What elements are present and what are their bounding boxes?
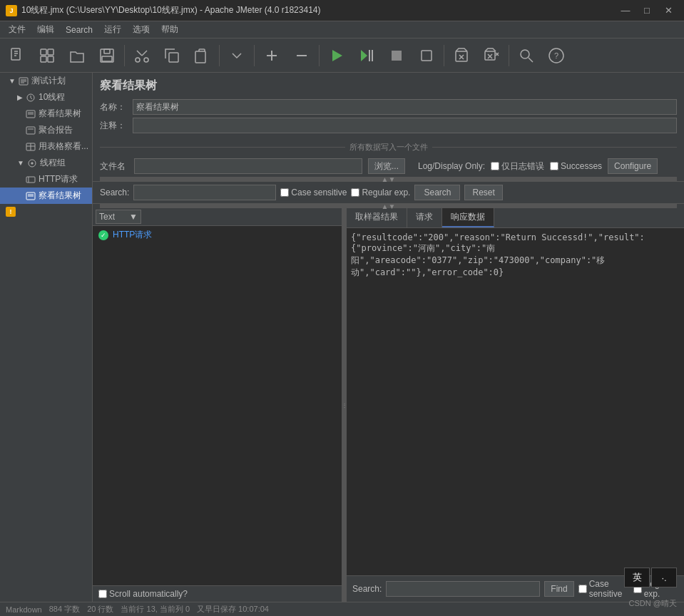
warning-badge: ! xyxy=(6,207,16,217)
tab-response-data[interactable]: 响应数据 xyxy=(442,208,494,227)
search-toolbar-button[interactable] xyxy=(512,41,541,70)
scroll-auto-text: Scroll automatically? xyxy=(109,589,188,599)
tab-request[interactable]: 请求 xyxy=(407,208,442,227)
text-dropdown[interactable]: Text ▼ xyxy=(96,210,141,224)
svg-rect-54 xyxy=(26,177,35,183)
name-label: 名称： xyxy=(100,101,128,113)
comment-input[interactable] xyxy=(133,118,677,133)
help-button[interactable]: ? xyxy=(542,41,571,70)
search-bar: Search: Case sensitive Regular exp. Sear… xyxy=(93,181,684,204)
status-bar: Markdown 884 字数 20 行数 当前行 13, 当前列 0 又早日保… xyxy=(0,602,684,616)
sidebar-item-testplan[interactable]: ▼ 测试计划 xyxy=(0,73,92,89)
find-button[interactable]: Find xyxy=(544,581,573,597)
file-label: 文件名 xyxy=(100,160,128,173)
start-button[interactable] xyxy=(322,41,351,70)
main-layout: ▼ 测试计划 ▶ 10线程 xyxy=(0,73,684,602)
case-sensitive-checkbox[interactable] xyxy=(280,188,289,197)
bottom-case-sensitive-label[interactable]: Case sensitive xyxy=(578,579,629,599)
successes-label: Successes xyxy=(561,161,602,171)
sidebar-label-httprequest: HTTP请求 xyxy=(39,173,78,185)
expand-icon: ▼ xyxy=(9,77,16,85)
sidebar-item-resulttree1[interactable]: 察看结果树 xyxy=(0,106,92,122)
thread-icon xyxy=(26,93,36,103)
minimize-button[interactable]: — xyxy=(616,4,635,18)
copy-button[interactable] xyxy=(158,41,186,70)
new-button[interactable] xyxy=(3,41,31,70)
clear-button[interactable] xyxy=(447,41,476,70)
successes-checkbox-label[interactable]: Successes xyxy=(550,161,602,171)
menu-run[interactable]: 运行 xyxy=(98,22,127,37)
close-button[interactable]: ✕ xyxy=(658,4,678,18)
status-wordcount: 884 字数 xyxy=(49,604,80,615)
paste-button[interactable] xyxy=(188,41,216,70)
expand-icon-threadgroup: ▼ xyxy=(17,159,24,167)
menu-options[interactable]: 选项 xyxy=(127,22,155,37)
sidebar-label-10thread: 10线程 xyxy=(39,91,65,103)
clear-all-button[interactable] xyxy=(477,41,506,70)
aggregate-icon xyxy=(26,125,36,135)
toolbar-separator-5 xyxy=(444,45,444,66)
add-button[interactable] xyxy=(257,41,286,70)
bottom-search-input[interactable] xyxy=(386,581,540,597)
menu-help[interactable]: 帮助 xyxy=(155,22,184,37)
configure-button[interactable]: Configure xyxy=(608,158,658,174)
watermark: CSDN @晴天 xyxy=(629,598,677,609)
sidebar-label-tablesummary: 用表格察看... xyxy=(39,140,88,153)
ime-indicator: 英 ·. xyxy=(624,568,677,587)
result-item-http[interactable]: ✓ HTTP请求 xyxy=(93,226,342,244)
bottom-case-sensitive-checkbox[interactable] xyxy=(578,585,587,593)
panel-header: 察看结果树 名称： 注释： xyxy=(93,73,684,139)
search-input[interactable] xyxy=(133,185,276,200)
sidebar-item-10thread[interactable]: ▶ 10线程 xyxy=(0,89,92,106)
scroll-auto-checkbox[interactable] xyxy=(98,590,107,598)
regex-checkbox[interactable] xyxy=(351,188,359,197)
successes-checkbox[interactable] xyxy=(550,162,558,170)
sidebar-item-resulttree2[interactable]: 察看结果树 xyxy=(0,188,92,204)
maximize-button[interactable]: □ xyxy=(637,4,657,18)
comment-label: 注释： xyxy=(100,120,128,132)
svg-rect-9 xyxy=(104,49,110,53)
template-button[interactable] xyxy=(33,41,61,70)
status-position: 当前行 13, 当前列 0 xyxy=(121,604,190,615)
browse-button[interactable]: 浏览... xyxy=(368,158,405,174)
regex-label[interactable]: Regular exp. xyxy=(351,188,410,197)
sidebar-item-httprequest[interactable]: HTTP请求 xyxy=(0,171,92,188)
error-log-checkbox[interactable] xyxy=(491,162,499,170)
file-input[interactable] xyxy=(134,158,362,174)
sidebar-item-tablesummary[interactable]: 用表格察看... xyxy=(0,138,92,155)
title-bar-left: J 10线程.jmx (C:\Users\YY\Desktop\10线程.jmx… xyxy=(6,4,320,16)
menu-file[interactable]: 文件 xyxy=(3,22,31,37)
sidebar-item-threadgroup[interactable]: ▼ 线程组 xyxy=(0,155,92,171)
toolbar-separator-2 xyxy=(219,45,220,66)
name-input[interactable] xyxy=(133,99,677,115)
expand-button[interactable] xyxy=(223,41,251,70)
remove-button[interactable] xyxy=(287,41,316,70)
stop-button[interactable] xyxy=(382,41,411,70)
status-markdown: Markdown xyxy=(6,605,42,614)
case-sensitive-label[interactable]: Case sensitive xyxy=(280,188,347,197)
scroll-auto-label[interactable]: Scroll automatically? xyxy=(98,589,188,599)
error-log-checkbox-label[interactable]: 仅日志错误 xyxy=(491,160,544,173)
warning-area: ! xyxy=(0,204,92,220)
tab-sampler-result[interactable]: 取样器结果 xyxy=(347,208,407,227)
section-label: 所有数据写入一个文件 xyxy=(345,142,432,153)
menu-edit[interactable]: 编辑 xyxy=(31,22,60,37)
menu-search[interactable]: Search xyxy=(60,24,98,36)
collapse-handle-1[interactable]: ▲▼ xyxy=(100,177,677,181)
shutdown-button[interactable] xyxy=(412,41,441,70)
search-button[interactable]: Search xyxy=(414,185,460,200)
resulttree-icon-2 xyxy=(26,191,36,201)
start-no-pause-button[interactable] xyxy=(352,41,381,70)
ime-lang-button[interactable]: 英 xyxy=(624,568,650,587)
divider-line-left xyxy=(100,147,345,148)
ime-punct-button[interactable]: ·. xyxy=(651,568,677,587)
bottom-case-sensitive-text: Case sensitive xyxy=(589,579,629,599)
open-button[interactable] xyxy=(63,41,91,70)
save-button[interactable] xyxy=(93,41,121,70)
collapse-handle-2[interactable]: ▲▼ xyxy=(100,204,677,208)
reset-button[interactable]: Reset xyxy=(464,185,502,200)
sidebar-item-aggregatereport[interactable]: 聚合报告 xyxy=(0,122,92,138)
app-icon: J xyxy=(6,5,17,16)
cut-button[interactable] xyxy=(128,41,156,70)
window-controls: — □ ✕ xyxy=(616,4,678,18)
